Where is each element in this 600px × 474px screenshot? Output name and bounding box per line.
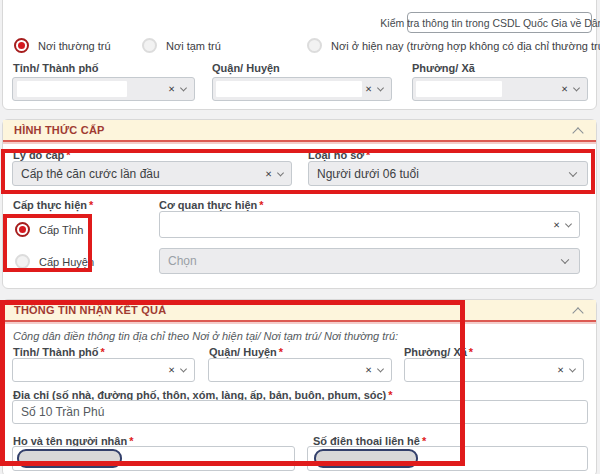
clear-icon[interactable]: ✕ [168, 85, 175, 94]
clear-icon[interactable]: ✕ [168, 366, 175, 375]
radio-unselected-icon [142, 38, 157, 53]
chevron-down-icon[interactable] [277, 169, 284, 176]
radio-selected-icon [15, 222, 30, 237]
section-title: HÌNH THỨC CẤP [14, 124, 105, 136]
chevron-down-icon[interactable] [180, 365, 187, 372]
clear-icon[interactable]: ✕ [561, 85, 568, 94]
radio-label: Cấp Tỉnh [39, 224, 83, 236]
clear-icon[interactable]: ✕ [365, 85, 372, 94]
section-header-thong-tin-nhan-ket-qua[interactable]: THÔNG TIN NHẬN KẾT QUẢ [3, 300, 596, 322]
radio-noi-o-hien-nay[interactable]: Nơi ở hiện nay (trường hợp không có địa … [307, 38, 600, 53]
clear-icon[interactable]: ✕ [265, 169, 272, 178]
radio-noi-tam-tru[interactable]: Nơi tạm trú [142, 38, 221, 53]
application-form-page: Kiểm tra thông tin trong CSDL Quốc Gia v… [0, 0, 600, 474]
result-province-select[interactable]: ✕ [12, 358, 195, 382]
reason-select[interactable]: Cấp thẻ căn cước lần đầu ✕ [12, 161, 292, 186]
chevron-up-icon[interactable] [572, 127, 583, 138]
result-ward-label: Phường/ Xã* [404, 346, 473, 358]
redacted-value-box [17, 81, 127, 97]
doc-type-select[interactable]: Người dưới 06 tuổi [308, 161, 588, 186]
address-input[interactable]: Số 10 Trần Phú [12, 400, 588, 424]
reason-value: Cấp thẻ căn cước lần đầu [21, 167, 160, 181]
province-label: Tỉnh/ Thành phố [13, 62, 99, 74]
agency-placeholder: Chọn [168, 254, 197, 268]
result-ward-select[interactable]: ✕ [404, 358, 584, 382]
chevron-up-icon[interactable] [572, 307, 583, 318]
address-note: Công dân điền thông tin địa chỉ theo Nơi… [13, 330, 398, 342]
ward-label: Phường/ Xã [412, 62, 475, 74]
radio-cap-huyen[interactable]: Cấp Huyện [15, 254, 94, 269]
result-district-label: Quận/ Huyện* [209, 346, 283, 358]
chevron-down-icon[interactable] [377, 365, 384, 372]
section-header-hinh-thuc-cap[interactable]: HÌNH THỨC CẤP [3, 120, 596, 142]
agency-sub-select[interactable]: Chọn [159, 248, 580, 274]
radio-cap-tinh[interactable]: Cấp Tỉnh [15, 222, 83, 237]
chevron-down-icon[interactable] [569, 365, 576, 372]
radio-label: Cấp Huyện [39, 256, 94, 268]
chevron-down-icon[interactable] [565, 220, 572, 227]
redacted-value-box [216, 81, 362, 97]
reason-label: Lý do cấp* [13, 149, 71, 161]
check-csdl-button[interactable]: Kiểm tra thông tin trong CSDL Quốc Gia v… [407, 12, 592, 33]
radio-label: Nơi tạm trú [166, 40, 221, 52]
redacted-value-pill [17, 449, 122, 468]
chevron-down-icon[interactable] [377, 84, 384, 91]
radio-noi-thuong-tru[interactable]: Nơi thường trú [14, 38, 111, 53]
chevron-down-icon[interactable] [561, 256, 569, 264]
clear-icon[interactable]: ✕ [553, 220, 560, 229]
redacted-value-pill [314, 449, 418, 468]
district-label: Quận/ Huyện [212, 62, 280, 74]
radio-label: Nơi thường trú [38, 40, 111, 52]
clear-icon[interactable]: ✕ [365, 366, 372, 375]
radio-unselected-icon [307, 38, 322, 53]
clear-icon[interactable]: ✕ [557, 366, 564, 375]
chevron-down-icon[interactable] [180, 84, 187, 91]
redacted-value-box [416, 81, 502, 97]
result-district-select[interactable]: ✕ [208, 358, 392, 382]
section-title: THÔNG TIN NHẬN KẾT QUẢ [14, 304, 166, 316]
agency-select[interactable]: ✕ [159, 211, 580, 238]
radio-label: Nơi ở hiện nay (trường hợp không có địa … [331, 40, 600, 52]
agency-label: Cơ quan thực hiện* [159, 199, 264, 211]
chevron-down-icon[interactable] [573, 84, 580, 91]
doc-type-value: Người dưới 06 tuổi [317, 167, 419, 181]
level-label: Cấp thực hiện* [13, 199, 93, 211]
radio-unselected-icon [15, 254, 30, 269]
address-value: Số 10 Trần Phú [21, 405, 104, 419]
doc-type-label: Loại hồ sơ* [308, 149, 370, 161]
chevron-down-icon[interactable] [569, 168, 577, 176]
result-province-label: Tỉnh/ Thành phố* [13, 346, 105, 358]
radio-selected-icon [14, 38, 29, 53]
